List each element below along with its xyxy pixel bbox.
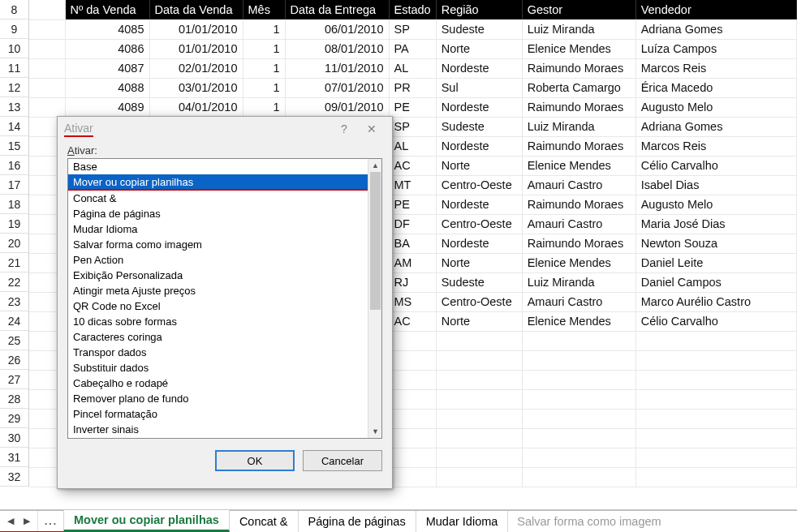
cell[interactable]: 09/01/2010 xyxy=(285,97,389,117)
cell[interactable]: 4085 xyxy=(65,19,149,39)
cell[interactable]: Newton Souza xyxy=(635,234,796,253)
tab-next-icon[interactable]: ▶ xyxy=(21,516,32,526)
cell[interactable]: Raimundo Moraes xyxy=(522,136,635,156)
cell[interactable]: Maria José Dias xyxy=(635,214,796,234)
cell[interactable] xyxy=(522,331,635,350)
cell[interactable]: Elenice Mendes xyxy=(522,311,635,331)
list-item[interactable]: Pincel formatação xyxy=(68,406,368,422)
cell[interactable]: 1 xyxy=(243,19,285,39)
row-header[interactable]: 19 xyxy=(0,214,29,234)
cell[interactable]: 07/01/2010 xyxy=(285,78,389,97)
cell[interactable] xyxy=(436,467,522,487)
cell[interactable]: 4088 xyxy=(65,78,149,97)
row-header[interactable]: 23 xyxy=(0,292,29,311)
cell[interactable]: Marcos Reis xyxy=(635,136,796,156)
cell[interactable] xyxy=(29,97,65,117)
sheet-tab[interactable]: Página de páginas xyxy=(298,510,416,532)
cell[interactable] xyxy=(522,350,635,370)
cell[interactable]: SP xyxy=(389,117,436,136)
list-item[interactable]: Inverter sinais xyxy=(68,422,368,437)
cell[interactable] xyxy=(522,428,635,448)
cell[interactable] xyxy=(635,409,796,428)
cell[interactable] xyxy=(436,370,522,389)
cell[interactable]: Elenice Mendes xyxy=(522,156,635,175)
cell[interactable]: Célio Carvalho xyxy=(635,311,796,331)
cell[interactable]: 1 xyxy=(243,97,285,117)
list-item[interactable]: Base xyxy=(68,159,368,174)
cell[interactable] xyxy=(29,39,65,58)
list-item[interactable]: Mudar Idioma xyxy=(68,221,368,237)
cell[interactable]: Raimundo Moraes xyxy=(522,58,635,78)
list-item[interactable]: QR Code no Excel xyxy=(68,298,368,314)
col-gestor[interactable]: Gestor xyxy=(522,0,635,19)
cell[interactable]: Sudeste xyxy=(436,117,522,136)
col-estado[interactable]: Estado xyxy=(389,0,436,19)
close-icon[interactable]: ✕ xyxy=(358,119,386,139)
cell[interactable]: Centro-Oeste xyxy=(436,214,522,234)
list-item[interactable]: Salvar forma como imagem xyxy=(68,237,368,252)
cell[interactable] xyxy=(436,409,522,428)
cell[interactable]: Adriana Gomes xyxy=(635,117,796,136)
cell[interactable]: 1 xyxy=(243,78,285,97)
list-item[interactable]: Concat & xyxy=(68,191,368,206)
cell[interactable]: 4089 xyxy=(65,97,149,117)
cell[interactable]: Amauri Castro xyxy=(522,175,635,195)
cell[interactable]: AM xyxy=(389,253,436,272)
cell[interactable]: Luiz Miranda xyxy=(522,117,635,136)
row-header[interactable]: 15 xyxy=(0,136,29,156)
list-item[interactable]: Cabeçalho e rodapé xyxy=(68,375,368,391)
list-item[interactable]: Transpor dados xyxy=(68,345,368,360)
tab-prev-icon[interactable]: ◀ xyxy=(5,516,16,526)
cell[interactable]: Sudeste xyxy=(436,272,522,292)
cell[interactable]: Nordeste xyxy=(436,136,522,156)
cell[interactable]: PE xyxy=(389,195,436,214)
row-header[interactable]: 10 xyxy=(0,39,29,58)
cell[interactable]: 4087 xyxy=(65,58,149,78)
list-item[interactable]: Caracteres coringa xyxy=(68,329,368,345)
scroll-down-icon[interactable]: ▼ xyxy=(368,425,382,438)
cell[interactable] xyxy=(522,389,635,409)
cell[interactable]: Isabel Dias xyxy=(635,175,796,195)
cell[interactable]: Luiz Miranda xyxy=(522,272,635,292)
row-header[interactable]: 20 xyxy=(0,234,29,253)
cell[interactable] xyxy=(29,78,65,97)
cell[interactable]: Augusto Melo xyxy=(635,195,796,214)
list-item[interactable]: Página de páginas xyxy=(68,206,368,221)
sheet-tab[interactable]: Mudar Idioma xyxy=(416,510,509,532)
cell[interactable]: 01/01/2010 xyxy=(149,19,243,39)
cell[interactable]: BA xyxy=(389,234,436,253)
list-item[interactable]: Mover ou copiar planilhas xyxy=(68,174,368,191)
cell[interactable]: Augusto Melo xyxy=(635,97,796,117)
cell[interactable]: 1 xyxy=(243,58,285,78)
cell[interactable] xyxy=(389,331,436,350)
cell[interactable]: Sul xyxy=(436,78,522,97)
col-data-venda[interactable]: Data da Venda xyxy=(149,0,243,19)
cell[interactable] xyxy=(436,389,522,409)
col-num[interactable]: Nº da Venda xyxy=(65,0,149,19)
row-header[interactable]: 8 xyxy=(0,0,29,19)
cell[interactable] xyxy=(389,350,436,370)
list-item[interactable]: Atingir meta Ajuste preços xyxy=(68,283,368,298)
cell[interactable] xyxy=(635,389,796,409)
tab-more-button[interactable]: ... xyxy=(38,510,64,532)
cell[interactable]: Daniel Campos xyxy=(635,272,796,292)
cell[interactable]: Adriana Gomes xyxy=(635,19,796,39)
cell[interactable]: Elenice Mendes xyxy=(522,253,635,272)
help-icon[interactable]: ? xyxy=(330,119,358,139)
cell[interactable]: Sudeste xyxy=(436,19,522,39)
cell[interactable] xyxy=(522,467,635,487)
cell[interactable]: Centro-Oeste xyxy=(436,292,522,311)
cell[interactable] xyxy=(389,370,436,389)
cell[interactable]: Raimundo Moraes xyxy=(522,234,635,253)
cancel-button[interactable]: Cancelar xyxy=(303,450,382,471)
cell[interactable]: Raimundo Moraes xyxy=(522,195,635,214)
cell[interactable]: Norte xyxy=(436,156,522,175)
cell[interactable]: Marcos Reis xyxy=(635,58,796,78)
row-header[interactable]: 11 xyxy=(0,58,29,78)
cell[interactable]: 08/01/2010 xyxy=(285,39,389,58)
cell[interactable] xyxy=(635,448,796,467)
list-item[interactable]: Exibição Personalizada xyxy=(68,268,368,283)
cell[interactable] xyxy=(436,331,522,350)
cell[interactable]: Luíza Campos xyxy=(635,39,796,58)
cell[interactable]: Nordeste xyxy=(436,97,522,117)
